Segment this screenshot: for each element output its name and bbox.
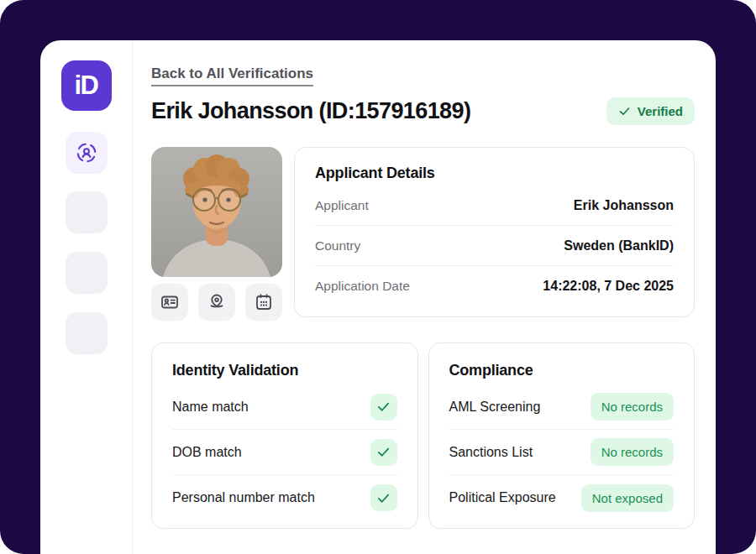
row-value: Sweden (BankID) <box>564 238 674 253</box>
row-label: Country <box>315 238 360 253</box>
validation-row-personal-number-match: Personal number match <box>172 475 397 520</box>
row-value: 14:22:08, 7 Dec 2025 <box>543 279 674 294</box>
page-title: Erik Johansson (ID:157916189) <box>151 98 470 124</box>
location-pin-icon <box>207 292 227 312</box>
validation-row-name-match: Name match <box>172 384 397 430</box>
status-badge: Verified <box>606 97 695 125</box>
check-chip <box>370 439 397 466</box>
sidebar-item-placeholder <box>66 191 108 233</box>
validation-row-dob-match: DOB match <box>172 430 397 475</box>
card-title: Compliance <box>449 362 675 379</box>
status-pill: No records <box>591 393 674 421</box>
check-icon <box>618 105 631 118</box>
app-window: iD Back to All Verifications Erik Johans… <box>40 40 716 554</box>
row-label: Name match <box>172 400 249 415</box>
row-label: Applicant <box>315 198 369 213</box>
row-label: DOB match <box>172 445 242 460</box>
row-label: Sanctions List <box>449 445 533 460</box>
detail-row-country: Country Sweden (BankID) <box>315 226 674 266</box>
check-chip <box>370 394 397 421</box>
check-chip <box>370 484 397 511</box>
main-content: Back to All Verifications Erik Johansson… <box>133 40 716 554</box>
photo-column <box>151 147 282 321</box>
applicant-photo <box>151 147 282 277</box>
status-pill: No records <box>591 438 674 466</box>
id-card-icon <box>160 292 180 312</box>
sidebar: iD <box>40 40 133 554</box>
detail-row-application-date: Application Date 14:22:08, 7 Dec 2025 <box>315 266 674 306</box>
sidebar-item-verifications[interactable] <box>66 132 108 174</box>
status-badge-label: Verified <box>638 104 683 118</box>
row-label: AML Screening <box>449 400 541 415</box>
applicant-details-card: Applicant Details Applicant Erik Johanss… <box>294 147 695 317</box>
calendar-button[interactable] <box>245 284 282 321</box>
status-pill: Not exposed <box>581 484 674 512</box>
id-card-button[interactable] <box>151 284 188 321</box>
location-button[interactable] <box>198 284 235 321</box>
face-scan-icon <box>76 142 97 164</box>
calendar-icon <box>254 292 274 312</box>
identity-validation-card: Identity Validation Name match DOB match <box>151 342 418 529</box>
sidebar-item-placeholder <box>66 252 108 294</box>
photo-toolbar <box>151 284 282 321</box>
row-label: Personal number match <box>172 490 315 505</box>
app-logo: iD <box>61 60 112 111</box>
screen: iD Back to All Verifications Erik Johans… <box>0 0 756 554</box>
row-label: Political Exposure <box>449 490 556 505</box>
back-link[interactable]: Back to All Verifications <box>151 65 313 86</box>
compliance-row-sanctions-list: Sanctions List No records <box>449 430 675 475</box>
card-title: Applicant Details <box>315 165 674 182</box>
title-row: Erik Johansson (ID:157916189) Verified <box>151 97 695 125</box>
row-value: Erik Johansson <box>574 198 674 213</box>
row-label: Application Date <box>315 279 410 294</box>
compliance-card: Compliance AML Screening No records Sanc… <box>428 342 696 529</box>
compliance-row-political-exposure: Political Exposure Not exposed <box>449 475 675 520</box>
card-title: Identity Validation <box>172 362 397 379</box>
sidebar-item-placeholder <box>66 312 108 354</box>
detail-row-applicant: Applicant Erik Johansson <box>315 186 674 226</box>
compliance-row-aml-screening: AML Screening No records <box>449 384 675 430</box>
